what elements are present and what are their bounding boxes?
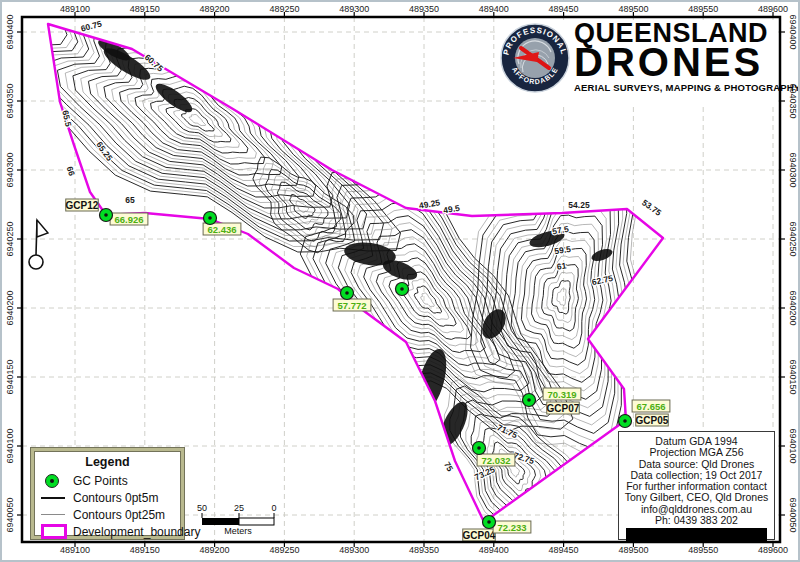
gcp-marker-GCP04 bbox=[483, 516, 496, 529]
scale-bar-label: 25 bbox=[234, 503, 244, 513]
gcp-label: GCP04 bbox=[463, 530, 496, 541]
axis-label-top: 489200 bbox=[200, 4, 230, 14]
contour-label: 53.75 bbox=[640, 197, 663, 218]
scale-bar-label: 0 bbox=[271, 503, 276, 513]
info-line: Projection MGA Z56 bbox=[621, 447, 772, 458]
axis-label-top: 489600 bbox=[758, 4, 788, 14]
axis-label-right: 6940050 bbox=[788, 497, 798, 532]
axis-label-top: 489500 bbox=[618, 4, 648, 14]
info-lines: Datum GDA 1994Projection MGA Z56Data sou… bbox=[621, 436, 772, 526]
axis-label-bottom: 489200 bbox=[200, 545, 230, 555]
axis-label-bottom: 489100 bbox=[60, 545, 90, 555]
gcp-label: 70.319 bbox=[547, 389, 576, 400]
scale-bar: 50250Meters bbox=[197, 503, 277, 536]
axis-label-top: 489550 bbox=[688, 4, 718, 14]
line-thin-swatch-icon bbox=[41, 514, 65, 515]
logo-badge-icon: PROFESSIONAL AFFORDABLE bbox=[499, 22, 571, 94]
contour-label: 60.75 bbox=[80, 18, 103, 33]
contour-label: 49.25 bbox=[418, 197, 441, 211]
axis-label-right: 6940150 bbox=[788, 359, 798, 394]
axis-label-left: 6940050 bbox=[5, 497, 15, 532]
gcp-marker bbox=[341, 287, 354, 300]
north-arrow-icon bbox=[29, 220, 48, 269]
logo-title-line2: DRONES bbox=[574, 46, 800, 79]
gcp-label: 62.436 bbox=[207, 224, 236, 235]
legend-item-boundary: Development_boundary bbox=[41, 523, 174, 540]
axis-label-bottom: 489550 bbox=[688, 545, 718, 555]
line-bold-swatch-icon bbox=[41, 497, 65, 499]
boundary-swatch-icon bbox=[41, 524, 67, 539]
gcp-label: 67.656 bbox=[636, 401, 665, 412]
axis-label-top: 489150 bbox=[130, 4, 160, 14]
contour-label: 65.5 bbox=[60, 109, 73, 128]
legend-title: Legend bbox=[41, 455, 174, 469]
logo-tagline: AERIAL SURVEYS, MAPPING & PHOTOGRAPHY bbox=[574, 82, 800, 93]
axis-label-bottom: 489600 bbox=[758, 545, 788, 555]
map-info-box: Datum GDA 1994Projection MGA Z56Data sou… bbox=[618, 431, 775, 540]
axis-label-bottom: 489150 bbox=[130, 545, 160, 555]
gcp-marker bbox=[396, 283, 409, 296]
gcp-label: 66.926 bbox=[114, 214, 143, 225]
axis-label-bottom: 489350 bbox=[409, 545, 439, 555]
info-line: Ph: 0439 383 202 bbox=[621, 515, 772, 526]
legend-item-label: Contours 0pt25m bbox=[73, 508, 165, 522]
map-page: 60.7560.7549.2549.554.2553.7565.56665.25… bbox=[0, 0, 800, 562]
axis-label-right: 6940200 bbox=[788, 290, 798, 325]
point-swatch-icon bbox=[45, 474, 59, 488]
gcp-marker-GCP07 bbox=[523, 394, 536, 407]
axis-label-left: 6940100 bbox=[5, 428, 15, 463]
redacted-bar bbox=[626, 528, 767, 541]
axis-label-bottom: 489400 bbox=[479, 545, 509, 555]
contour-label: 65 bbox=[125, 195, 135, 205]
gcp-marker-GCP05 bbox=[619, 415, 632, 428]
legend-item-label: Contours 0pt5m bbox=[73, 491, 158, 505]
gcp-label: GCP05 bbox=[636, 415, 669, 426]
axis-label-right: 6940250 bbox=[788, 221, 798, 256]
contour-label: 66 bbox=[65, 165, 78, 177]
axis-label-bottom: 489300 bbox=[339, 545, 369, 555]
axis-label-top: 489350 bbox=[409, 4, 439, 14]
axis-label-top: 489250 bbox=[269, 4, 299, 14]
axis-label-left: 6940300 bbox=[5, 152, 15, 187]
axis-label-bottom: 489500 bbox=[618, 545, 648, 555]
axis-label-left: 6940200 bbox=[5, 290, 15, 325]
gcp-label: 57.772 bbox=[337, 300, 366, 311]
gcp-label: GCP12 bbox=[66, 200, 99, 211]
legend-item-line-bold: Contours 0pt5m bbox=[41, 489, 174, 506]
axis-label-top: 489300 bbox=[339, 4, 369, 14]
legend-item-point: GC Points bbox=[41, 472, 174, 489]
gcp-marker bbox=[473, 442, 486, 455]
gcp-label: 72.032 bbox=[481, 455, 510, 466]
axis-label-left: 6940400 bbox=[5, 14, 15, 49]
axis-label-right: 6940100 bbox=[788, 428, 798, 463]
gcp-label: 72.233 bbox=[497, 522, 526, 533]
company-logo: PROFESSIONAL AFFORDABLE QUEENSLAND DRONE… bbox=[499, 20, 775, 104]
legend-item-label: GC Points bbox=[73, 474, 128, 488]
gcp-marker bbox=[204, 212, 217, 225]
legend-item-label: Development_boundary bbox=[73, 525, 200, 539]
axis-label-left: 6940150 bbox=[5, 359, 15, 394]
axis-label-top: 489450 bbox=[549, 4, 579, 14]
axis-label-left: 6940350 bbox=[5, 83, 15, 118]
axis-label-bottom: 489250 bbox=[269, 545, 299, 555]
gcp-label: GCP07 bbox=[547, 403, 580, 414]
gcp-marker-GCP12 bbox=[100, 209, 113, 222]
legend-items: GC PointsContours 0pt5mContours 0pt25mDe… bbox=[41, 472, 174, 540]
contour-label: 75 bbox=[442, 460, 456, 473]
axis-label-right: 6940300 bbox=[788, 152, 798, 187]
contour-label: 61 bbox=[556, 260, 567, 271]
axis-label-top: 489400 bbox=[479, 4, 509, 14]
scale-bar-label: 50 bbox=[197, 503, 207, 513]
scale-bar-unit: Meters bbox=[224, 526, 252, 536]
legend-box: Legend GC PointsContours 0pt5mContours 0… bbox=[30, 447, 185, 540]
legend-item-line-thin: Contours 0pt25m bbox=[41, 506, 174, 523]
axis-label-left: 6940250 bbox=[5, 221, 15, 256]
axis-label-top: 489100 bbox=[60, 4, 90, 14]
axis-label-bottom: 489450 bbox=[549, 545, 579, 555]
contour-label: 54.25 bbox=[568, 200, 590, 210]
